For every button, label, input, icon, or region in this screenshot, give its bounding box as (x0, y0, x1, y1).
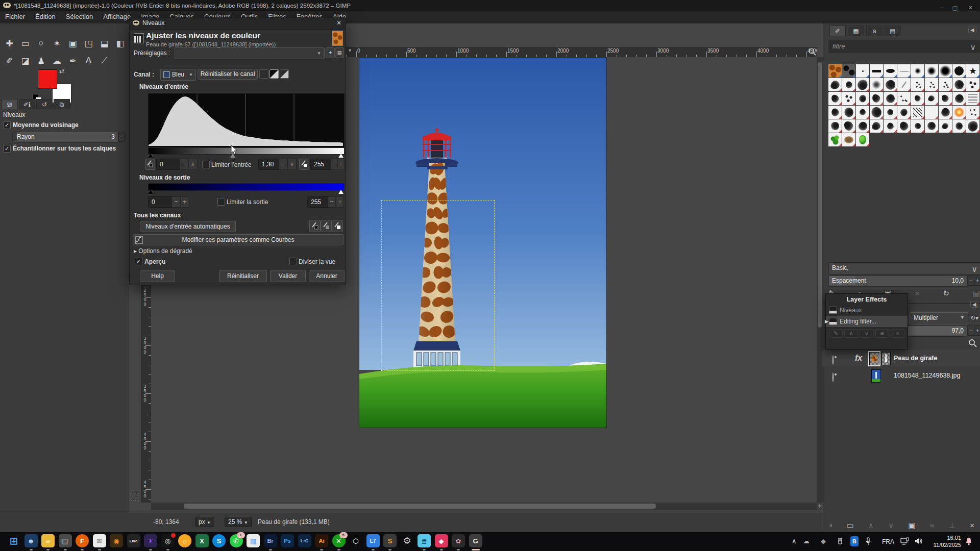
menu-item-selection[interactable]: Sélection (61, 11, 98, 22)
brush-group-select[interactable]: Basic, ∨ (828, 262, 980, 274)
brush-texture[interactable] (952, 92, 966, 105)
tool-free-select[interactable]: ○ (33, 35, 49, 52)
taskbar-app-photos[interactable]: ☻ (24, 534, 38, 547)
layer-effect-item[interactable]: Niveaux (826, 305, 908, 316)
brush-line[interactable] (897, 64, 911, 78)
collapse-dock-icon[interactable]: ◀ (968, 27, 976, 33)
brush-texture[interactable] (939, 92, 952, 105)
tab-fonts[interactable]: a (866, 26, 883, 36)
mask-thumbnail[interactable] (881, 352, 891, 365)
taskbar-app-firefox[interactable]: F (76, 534, 89, 547)
brush-texture[interactable] (870, 92, 883, 105)
lower-effect-icon[interactable]: ∨ (860, 329, 873, 338)
layer-row[interactable]: fxPeau de girafe (823, 350, 980, 366)
add-preset-button[interactable]: + (326, 47, 335, 58)
dialog-close-icon[interactable]: ✕ (336, 19, 341, 27)
lower-layer-icon[interactable]: ∨ (888, 521, 894, 530)
output-low-decrement[interactable]: − (172, 196, 181, 208)
volume-icon[interactable] (915, 537, 923, 545)
tool-color-picker[interactable]: ⟋ (96, 52, 112, 69)
layer-thumbnail[interactable] (871, 369, 881, 383)
reset-button[interactable]: Réinitialiser (219, 270, 267, 282)
pick-all-black-button[interactable] (309, 220, 321, 232)
taskbar-app-start[interactable]: ⊞ (7, 534, 20, 547)
taskbar-app-xnview[interactable]: ◉ (110, 534, 123, 547)
output-low-field[interactable]: 0 (148, 196, 174, 208)
brush-specks[interactable] (966, 106, 979, 119)
brush-texture[interactable] (911, 92, 924, 105)
fx-badge[interactable]: fx (855, 354, 862, 363)
raise-layer-icon[interactable]: ∧ (868, 521, 874, 530)
brush-ellipse[interactable] (884, 64, 897, 78)
pick-all-gray-button[interactable] (321, 220, 332, 232)
tool-text[interactable]: A (81, 52, 96, 69)
merge-effects-icon[interactable]: ≡ (875, 329, 889, 338)
taskbar-app-settings[interactable]: ⚙ (401, 534, 414, 547)
brush-soft-blob[interactable] (870, 78, 883, 91)
zoom-select[interactable]: 25 % ▼ (225, 517, 252, 527)
brush-texture[interactable] (939, 119, 952, 133)
brush-texture[interactable] (856, 106, 869, 119)
brush-texture[interactable] (925, 119, 938, 133)
opacity-decrement[interactable]: − (967, 325, 974, 336)
brush-texture[interactable] (870, 106, 883, 119)
microphone-icon[interactable] (865, 537, 872, 546)
brush-texture[interactable] (911, 119, 924, 133)
unit-select[interactable]: px ▼ (195, 517, 214, 527)
brush-specks[interactable] (897, 92, 911, 105)
quick-mask-toggle[interactable] (131, 493, 138, 500)
taskbar-app-bridge[interactable]: Br (264, 534, 277, 547)
layer-effect-item[interactable]: Editing filter... (826, 316, 908, 327)
log-histogram-toggle[interactable] (270, 69, 279, 79)
gamma-increment[interactable]: + (287, 159, 297, 170)
mode-switch-icon[interactable]: ↻▾ (970, 314, 978, 321)
radius-slider[interactable]: Rayon 3 (12, 132, 118, 143)
delete-brush-icon[interactable]: × (915, 289, 920, 298)
taskbar-app-whatsapp[interactable]: ✆1 (230, 534, 243, 547)
merge-layer-icon[interactable]: ≡ (930, 521, 935, 530)
brush-texture[interactable] (884, 92, 897, 105)
edit-effect-icon[interactable]: ✎ (829, 329, 843, 338)
taskbar-app-gimp[interactable]: G (469, 534, 482, 547)
taskbar-app-photo-viewer[interactable]: ▦ (247, 534, 260, 547)
tool-unified-transform[interactable]: ◳ (81, 35, 96, 52)
perceptual-toggle[interactable] (280, 69, 289, 79)
tool-clone[interactable]: ♟ (33, 52, 49, 69)
taskbar-app-weather[interactable]: ☼ (178, 534, 191, 547)
usb-icon[interactable] (837, 537, 844, 545)
brush-texture[interactable] (828, 92, 842, 105)
preset-menu-button[interactable]: ▤ (335, 47, 344, 58)
brush-giraffe[interactable] (828, 64, 842, 78)
sample-merged-checkbox[interactable]: ✓ (3, 145, 11, 153)
opacity-increment[interactable]: + (974, 325, 980, 336)
taskbar-app-drive[interactable]: ▤ (59, 534, 72, 547)
output-low-slider[interactable] (148, 190, 153, 194)
taskbar-app-explorer[interactable]: ▰ (41, 534, 55, 547)
tab-images[interactable]: ⧉ (54, 99, 70, 109)
brush-cells[interactable] (966, 78, 979, 91)
brush-texture[interactable] (884, 119, 897, 133)
input-high-decrement[interactable]: − (331, 159, 338, 170)
brush-texture[interactable] (856, 119, 869, 133)
horizontal-scrollbar-thumb[interactable] (184, 504, 656, 509)
brush-texture[interactable] (897, 106, 911, 119)
tab-tool-options[interactable]: 🖳 (2, 99, 18, 109)
delete-effect-icon[interactable]: × (891, 329, 904, 338)
gamma-decrement[interactable]: − (279, 159, 288, 170)
tool-eraser[interactable]: ◪ (17, 52, 33, 69)
taskbar-app-sublime[interactable]: S (383, 534, 397, 547)
network-icon[interactable] (900, 537, 910, 545)
brush-texture[interactable] (828, 78, 842, 91)
brush-texture[interactable] (884, 106, 897, 119)
duplicate-layer-icon[interactable]: ▣ (908, 521, 915, 530)
tab-patterns[interactable]: ▦ (848, 26, 864, 36)
visibility-eye-icon[interactable] (832, 355, 834, 365)
taskbar-app-photoshop[interactable]: Ps (281, 534, 294, 547)
canvas-image[interactable] (359, 58, 606, 428)
brush-dark-pattern[interactable] (842, 64, 855, 78)
edit-as-curves-button[interactable]: Modifier ces paramètres comme Courbes (133, 234, 344, 245)
output-range-bar[interactable] (148, 183, 345, 191)
tool-rectangle-select[interactable]: ▭ (17, 35, 33, 52)
neighborhood-checkbox[interactable]: ✓ (3, 121, 11, 129)
brush-lines-h[interactable] (966, 92, 979, 105)
